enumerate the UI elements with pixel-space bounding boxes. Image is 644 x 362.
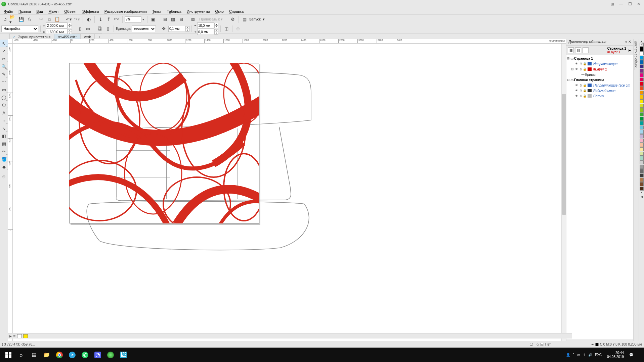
fullscreen-preview-button[interactable]: ▣ <box>149 16 157 23</box>
fill-swatch-icon[interactable]: ◇ <box>536 343 539 346</box>
undo-button[interactable]: ↶▾ <box>65 16 73 23</box>
pick-tool[interactable]: ↖ <box>0 40 8 47</box>
export-button[interactable]: ⤒ <box>105 16 112 23</box>
artistic-media-tool[interactable]: 〰 <box>0 78 8 86</box>
drawing-viewport[interactable] <box>13 44 561 343</box>
show-rulers-button[interactable]: ⊞ <box>161 16 169 23</box>
outline-swatch[interactable] <box>595 343 599 346</box>
interactive-fill-tool[interactable]: 🪣 <box>0 155 8 163</box>
docker-tab-vertical[interactable]: Диспетчер объек... <box>633 39 639 348</box>
nudge-distance-input[interactable] <box>168 26 185 32</box>
freehand-tool[interactable]: ✎ <box>0 70 8 78</box>
search-content-button[interactable]: ◐ <box>85 16 92 23</box>
publish-pdf-button[interactable]: PDF <box>113 16 120 23</box>
page-preset-dropdown[interactable]: Настройка <box>1 25 38 32</box>
menu-window[interactable]: Окно <box>212 9 226 14</box>
zoom-tool[interactable]: 🔍 <box>0 63 8 70</box>
import-button[interactable]: ⤓ <box>97 16 104 23</box>
menu-effects[interactable]: Эффекты <box>80 9 102 14</box>
start-button[interactable] <box>2 349 15 361</box>
tray-sound-icon[interactable]: 🔊 <box>588 353 592 357</box>
horizontal-ruler[interactable]: миллиметры -600-400-20002004006008001000… <box>8 39 566 44</box>
open-button[interactable]: 📂▾ <box>9 16 17 23</box>
telegram-icon[interactable]: ➤ <box>66 349 79 361</box>
menu-tools[interactable]: Инструменты <box>184 9 213 14</box>
tray-lang[interactable]: РУС <box>595 353 602 357</box>
save-button[interactable]: 💾 <box>17 16 25 23</box>
paste-button[interactable]: 📋 <box>53 16 61 23</box>
minimize-button[interactable]: — <box>618 1 624 7</box>
parallel-dim-tool[interactable]: ↔ <box>0 117 8 124</box>
transparency-tool[interactable]: ▩ <box>0 140 8 147</box>
maximize-button[interactable]: ☐ <box>627 1 633 7</box>
swatch-yellow[interactable] <box>23 334 28 338</box>
palette-left-icon[interactable]: ▶ <box>9 334 12 338</box>
taskbar-clock[interactable]: 20:44 04.05.2019 <box>604 351 627 359</box>
polygon-tool[interactable]: ⬠ <box>0 101 8 109</box>
chrome-icon[interactable] <box>53 349 66 361</box>
color-palette[interactable]: ▴ ⊠ ▾ ◀ <box>639 39 644 348</box>
taskbar-search-icon[interactable]: ⌕ <box>15 349 28 361</box>
connector-tool[interactable]: ↘ <box>0 124 8 132</box>
menu-view[interactable]: Вид <box>34 9 46 14</box>
current-page-button[interactable]: ▯ <box>104 25 112 33</box>
page-width-input[interactable] <box>46 22 68 29</box>
show-obj-props-button[interactable]: ▦ <box>568 47 574 53</box>
ruler-origin[interactable] <box>8 39 13 44</box>
file-explorer-icon[interactable]: 📁 <box>40 349 53 361</box>
orientation-landscape-button[interactable]: ▭ <box>84 25 92 33</box>
tray-people-icon[interactable]: 👤 <box>566 353 570 357</box>
swatch-white[interactable] <box>17 334 22 338</box>
launch-icon[interactable]: ▤ <box>241 16 248 23</box>
menu-help[interactable]: Справка <box>226 9 246 14</box>
vertical-scrollbar[interactable] <box>561 44 566 343</box>
coreldraw-icon[interactable] <box>104 349 117 361</box>
add-preset-button[interactable]: ⊕ <box>234 25 242 33</box>
menu-bitmaps[interactable]: Растровые изображения <box>102 9 149 14</box>
menu-object[interactable]: Объект <box>61 9 79 14</box>
eyedropper-tool[interactable]: ✑ <box>0 148 8 155</box>
cut-button[interactable]: ✂ <box>37 16 45 23</box>
vertical-ruler[interactable]: 16001400120010008006004002000 <box>8 44 13 343</box>
document-palette[interactable]: ▶ ✑ <box>8 333 572 339</box>
snap-off-button[interactable]: ⊠ <box>189 16 197 23</box>
add-tool-button[interactable]: ⊕ <box>0 173 8 180</box>
crop-tool[interactable]: ✂ <box>0 55 8 62</box>
outline-pen-icon[interactable]: ✒ <box>591 343 594 346</box>
docker-title[interactable]: Диспетчер объектов « ✕ <box>566 39 633 46</box>
text-tool[interactable]: A <box>0 109 8 116</box>
print-button[interactable]: ⎙ <box>26 16 33 23</box>
object-tree[interactable]: ⊟▭Страница 1 👁⎙🔒Направляющие ⊟👁⎙🔒#Layer … <box>566 55 633 340</box>
menu-layout[interactable]: Макет <box>46 9 61 14</box>
menu-edit[interactable]: Правка <box>16 9 34 14</box>
snap-to-dropdown[interactable]: Привязать к ▾ <box>197 17 225 21</box>
ellipse-tool[interactable]: ◯ <box>0 94 8 101</box>
menu-table[interactable]: Таблица <box>164 9 184 14</box>
close-button[interactable]: ✕ <box>636 1 641 7</box>
tray-up-icon[interactable]: ˄ <box>573 353 574 357</box>
fill-none-swatch[interactable]: ✕ <box>541 343 544 346</box>
units-dropdown[interactable]: миллимет... <box>132 25 156 32</box>
color-proofing-icon[interactable]: 🖵 <box>530 343 536 346</box>
duplicate-y-input[interactable] <box>197 29 214 35</box>
tray-wifi-icon[interactable]: ⇑ <box>583 353 586 357</box>
task-view-icon[interactable]: ▤ <box>28 349 40 361</box>
orientation-portrait-button[interactable]: ▯ <box>76 25 84 33</box>
rectangle-tool[interactable]: ▭ <box>0 86 8 93</box>
options-button[interactable]: ⚙ <box>229 16 237 23</box>
tray-battery-icon[interactable]: ▭ <box>577 353 580 357</box>
photos-icon[interactable]: 🖼 <box>117 349 130 361</box>
redo-button[interactable]: ↷▾ <box>73 16 81 23</box>
show-desktop-button[interactable] <box>636 350 642 360</box>
whatsapp-icon[interactable]: ✆ <box>79 349 91 361</box>
layer-manager-view-button[interactable]: ☰ <box>583 47 589 53</box>
drop-shadow-tool[interactable]: ◧ <box>0 132 8 140</box>
eyedropper-palette-icon[interactable]: ✑ <box>13 334 16 338</box>
launch-dropdown[interactable]: Запуск ▾ <box>249 17 265 21</box>
show-grid-button[interactable]: ▦ <box>169 16 177 23</box>
copy-button[interactable]: ⧉ <box>45 16 53 23</box>
menu-text[interactable]: Текст <box>149 9 164 14</box>
discord-icon[interactable]: ◔ <box>91 349 104 361</box>
menu-file[interactable]: ФФайлайл <box>1 9 16 14</box>
treat-as-filled-button[interactable]: ◫ <box>223 25 230 33</box>
